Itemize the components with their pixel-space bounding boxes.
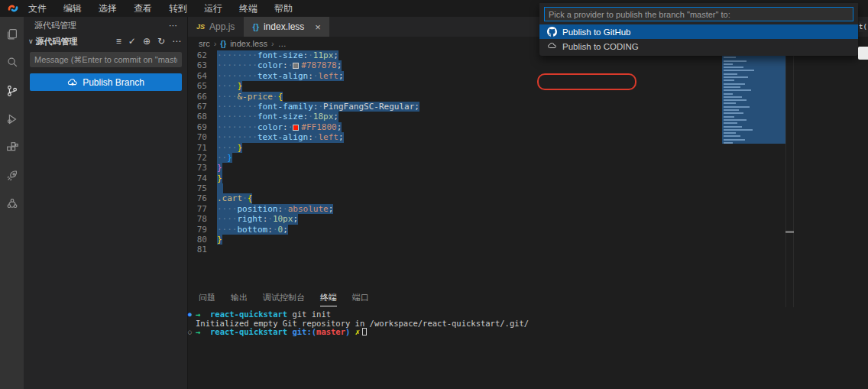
menu-item-查看[interactable]: 查看 [134,2,152,15]
line-content: ········text-align:·left; [217,132,344,142]
sidebar-source-control: 源代码管理 ⋯ ∨ 源代码管理 ≡ ✓ ⊕ ↻ ⋯ Publish Branch [24,17,188,389]
code-line[interactable]: 65····} [188,81,785,91]
source-control-icon[interactable] [4,83,21,99]
code-line[interactable]: 69········color:·#FF1800; [188,122,785,132]
breadcrumb-symbol[interactable]: … [278,39,287,48]
line-number: 80 [188,235,217,245]
line-number: 73 [188,163,217,173]
menu-item-编辑[interactable]: 编辑 [63,2,82,15]
panel-tab-终端[interactable]: 终端 [320,292,337,306]
menu-item-终端[interactable]: 终端 [239,2,257,15]
panel-tab-问题[interactable]: 问题 [199,292,215,306]
code-line[interactable]: 81 [188,245,785,254]
code-line[interactable]: 70········text-align:·left; [188,132,785,142]
cutoff-popup-text: t( [859,21,868,32]
minimap-line [724,73,737,75]
code-line[interactable]: 68········font-size:·18px; [188,112,785,122]
code-line[interactable]: 79····bottom:·0; [188,225,785,235]
terminal-line: ●→ react-quickstart git init [188,310,868,319]
globe-icon[interactable]: ⊕ [143,36,151,47]
code-line[interactable]: 71····} [188,143,785,153]
tab-app-js[interactable]: JS App.js [188,17,243,37]
chevron-down-icon[interactable]: ∨ [28,37,34,45]
minimap-line [724,93,733,95]
terminal[interactable]: ●→ react-quickstart git initInitialized … [188,310,868,337]
rocket-icon[interactable] [4,167,21,184]
panel-tab-bar: 问题输出调试控制台终端端口 [188,290,868,307]
line-content: ········color:·#787878; [217,60,342,70]
publish-branch-button[interactable]: Publish Branch [30,73,182,91]
app-window: 文件编辑选择查看转到运行终端帮助 源代码管理 ⋯ ∨ [0,0,868,389]
line-content: ····right:·10px; [217,214,298,224]
minimap-line [724,129,753,131]
breadcrumb-file[interactable]: index.less [230,39,267,48]
coding-cloud-icon [546,41,557,52]
breadcrumb-separator: › [214,39,217,48]
line-content: ········color:·#FF1800; [217,122,342,132]
line-content: ····position:·absolute; [217,204,333,214]
code-line[interactable]: 77····position:·absolute; [188,204,785,214]
menu-item-转到[interactable]: 转到 [169,2,187,15]
panel-tab-调试控制台[interactable]: 调试控制台 [263,292,305,306]
project-share-icon[interactable] [4,196,21,212]
quick-pick: Publish to GitHub Publish to CODING [539,3,858,56]
menu-item-文件[interactable]: 文件 [28,2,47,15]
minimap-line [724,102,736,104]
search-icon[interactable] [4,54,21,71]
code-line[interactable]: 75 [188,183,785,193]
menu-item-选择[interactable]: 选择 [99,2,117,15]
line-content [217,183,223,193]
code-line[interactable]: 76.cart·{ [188,193,785,203]
refresh-icon[interactable]: ↻ [157,36,165,47]
option-publish-to-coding[interactable]: Publish to CODING [539,39,858,53]
code-lines[interactable]: 62········font-size:·11px;63········colo… [188,50,785,255]
minimap-line [724,83,745,85]
sidebar-more-icon[interactable]: ⋯ [169,21,178,31]
close-tab-icon[interactable]: × [315,21,321,33]
minimap[interactable] [722,50,785,144]
menu-item-帮助[interactable]: 帮助 [274,2,293,15]
editor-group: JS App.js {} index.less × src › {} index… [188,17,868,389]
breadcrumb-src[interactable]: src [199,39,210,48]
code-line[interactable]: 78····right:·10px; [188,214,785,224]
minimap-line [724,79,734,81]
panel-tab-输出[interactable]: 输出 [231,292,248,306]
minimap-line [724,57,736,58]
commit-check-icon[interactable]: ✓ [128,36,136,47]
terminal-line: ○→ react-quickstart git:(master) ✗ [188,328,868,337]
minimap-line [724,99,747,101]
line-number: 62 [188,50,217,60]
explorer-icon[interactable] [4,26,21,43]
code-line[interactable]: 66····&-price·{ [188,92,785,102]
code-line[interactable]: 74} [188,173,785,183]
line-number: 70 [188,132,217,142]
extensions-icon[interactable] [4,139,21,156]
code-line[interactable]: 63········color:·#787878; [188,60,785,70]
view-as-list-icon[interactable]: ≡ [116,36,121,47]
line-content: } [217,235,222,245]
code-line[interactable]: 72··} [188,153,785,163]
line-content: } [217,173,222,183]
terminal-cursor [362,328,367,336]
code-line[interactable]: 80} [188,235,785,245]
line-content: ········text-align:·left; [217,71,344,81]
code-line[interactable]: 73} [188,163,785,173]
more-actions-icon[interactable]: ⋯ [172,36,181,47]
quick-pick-input[interactable] [544,7,853,21]
line-number: 81 [188,245,217,254]
cloud-upload-icon [67,77,78,88]
option-publish-to-github[interactable]: Publish to GitHub [539,24,858,39]
line-number: 79 [188,225,217,235]
menu-bar: 文件编辑选择查看转到运行终端帮助 [28,2,293,15]
panel-tab-端口[interactable]: 端口 [352,292,369,306]
menu-item-运行[interactable]: 运行 [204,2,222,15]
minimap-line [724,109,739,111]
code-line[interactable]: 64········text-align:·left; [188,71,785,81]
command-decoration-icon: ● [188,310,196,319]
tab-index-less[interactable]: {} index.less × [244,17,329,37]
scrollbar-marker[interactable] [785,231,794,233]
run-debug-icon[interactable] [4,111,21,128]
commit-message-input[interactable] [30,52,182,67]
code-line[interactable]: 67········font-family:·PingFangSC-Regula… [188,102,785,112]
line-content: ········font-family:·PingFangSC-Regular; [217,102,419,112]
